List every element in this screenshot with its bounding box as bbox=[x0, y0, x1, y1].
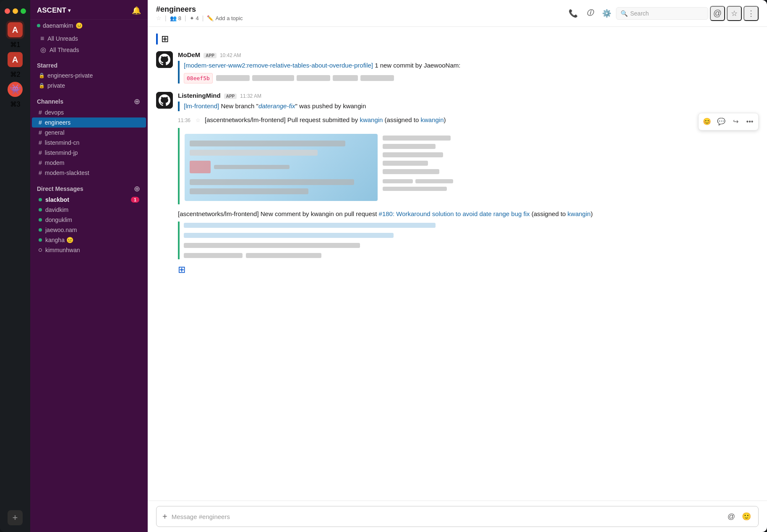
unread-badge: 1 bbox=[131, 197, 139, 203]
sidebar-item-all-threads[interactable]: ◎ All Threads bbox=[34, 44, 144, 55]
modem-commit-link[interactable]: [modem-server-www2:remove-relative-table… bbox=[184, 62, 373, 69]
bookmarks-button[interactable]: ☆ bbox=[727, 6, 742, 21]
dm-section-title[interactable]: Direct Messages bbox=[37, 185, 83, 192]
add-workspace-button[interactable]: + bbox=[8, 510, 23, 525]
sidebar-item-general[interactable]: # general bbox=[32, 128, 146, 138]
more-options-button[interactable]: ⋮ bbox=[744, 6, 759, 21]
online-dot bbox=[39, 228, 42, 232]
all-threads-label: All Threads bbox=[50, 47, 79, 53]
hash-icon: # bbox=[39, 149, 42, 156]
comment-user-link[interactable]: kwangin bbox=[568, 210, 591, 217]
listeningmind-author: ListeningMind bbox=[178, 92, 221, 99]
emoji-button[interactable]: 🙂 bbox=[741, 511, 752, 522]
private-label: private bbox=[47, 82, 65, 89]
sidebar-item-all-unreads[interactable]: ≡ All Unreads bbox=[34, 33, 144, 44]
dm-item-jaewoo-nam[interactable]: jaewoo.nam bbox=[32, 225, 146, 235]
trello-icon: ⊞ bbox=[161, 34, 169, 44]
comment-blur-2 bbox=[184, 233, 394, 238]
pr-preview-card bbox=[178, 128, 463, 204]
listeningmind-message-header: ListeningMind APP 11:32 AM bbox=[178, 92, 759, 99]
modem-label: modem bbox=[45, 159, 65, 166]
sidebar-item-listenmind-jp[interactable]: # listenmind-jp bbox=[32, 148, 146, 158]
add-dm-button[interactable]: ⊕ bbox=[133, 185, 141, 193]
modem-message-time: 10:42 AM bbox=[220, 52, 241, 58]
sidebar-item-private[interactable]: 🔒 private bbox=[32, 81, 146, 91]
kangha-label: kangha 😐 bbox=[45, 237, 139, 243]
comment-blur-1 bbox=[184, 223, 436, 228]
channels-section-title[interactable]: Channels bbox=[37, 98, 63, 105]
notifications-bell-icon[interactable]: 🔔 bbox=[132, 6, 141, 15]
window-controls bbox=[5, 3, 26, 14]
bottom-trello-icon: ⊞ bbox=[178, 263, 759, 276]
sidebar-header: ASCENT ▾ 🔔 bbox=[30, 0, 148, 20]
workspace-3[interactable]: 👾 ⌘3 bbox=[6, 80, 24, 108]
workspace-1-logo: A bbox=[8, 22, 23, 37]
member-count: 👥 8 bbox=[170, 15, 181, 21]
comment-pr-link[interactable]: #180: Workaround solution to avoid date … bbox=[379, 210, 530, 217]
modem-app-badge: APP bbox=[203, 53, 217, 58]
add-icon: + bbox=[8, 510, 23, 525]
sidebar-item-engineers[interactable]: # engineers bbox=[32, 117, 146, 128]
more-actions-button[interactable]: ••• bbox=[743, 115, 757, 128]
dm-item-kimmunhwan[interactable]: kimmunhwan bbox=[32, 245, 146, 255]
dm-item-donguklim[interactable]: donguklim bbox=[32, 215, 146, 225]
side-blurred-6 bbox=[383, 179, 413, 183]
modem-commit-block: [modem-server-www2:remove-relative-table… bbox=[178, 61, 759, 83]
minimize-button[interactable] bbox=[13, 8, 18, 14]
close-button[interactable] bbox=[5, 8, 10, 14]
sidebar-item-devops[interactable]: # devops bbox=[32, 107, 146, 117]
workspace-name[interactable]: ASCENT ▾ bbox=[37, 6, 70, 15]
all-unreads-label: All Unreads bbox=[47, 35, 78, 42]
workspace-2-logo: A bbox=[8, 52, 23, 67]
dm-item-davidkim[interactable]: davidkim bbox=[32, 205, 146, 215]
pr-user-link[interactable]: kwangin bbox=[360, 116, 383, 123]
modem-slacktest-label: modem-slacktest bbox=[45, 170, 89, 176]
info-button[interactable]: ⓘ bbox=[582, 6, 597, 21]
sidebar-item-listenmind-cn[interactable]: # listenmind-cn bbox=[32, 138, 146, 148]
workspace-1[interactable]: A ⌘1 bbox=[6, 21, 24, 49]
starred-section-title[interactable]: Starred bbox=[37, 62, 57, 69]
commit-hash: 08eef5b bbox=[184, 73, 213, 84]
channel-star-icon[interactable]: ☆ bbox=[156, 15, 162, 21]
blurred-text-1 bbox=[216, 75, 250, 81]
dm-item-slackbot[interactable]: slackbot 1 bbox=[32, 195, 146, 205]
settings-button[interactable]: ⚙️ bbox=[599, 6, 614, 21]
modem-message-content: MoDeM APP 10:42 AM [modem-server-www2:re… bbox=[178, 51, 759, 83]
bookmark-icon: ☆ bbox=[731, 9, 738, 18]
reply-button[interactable]: 💬 bbox=[715, 115, 728, 128]
davidkim-label: davidkim bbox=[45, 206, 139, 213]
lm-frontend-link[interactable]: [lm-frontend] bbox=[184, 102, 219, 110]
user-emoji: 😐 bbox=[76, 22, 83, 29]
listeningmind-message-content: ListeningMind APP 11:32 AM [lm-frontend]… bbox=[178, 92, 759, 276]
sidebar: ASCENT ▾ 🔔 daenamkim 😐 ≡ All Unreads ◎ A… bbox=[30, 0, 148, 532]
engineers-private-label: engineers-private bbox=[47, 72, 93, 79]
maximize-button[interactable] bbox=[21, 8, 26, 14]
workspace-2[interactable]: A ⌘2 bbox=[6, 50, 24, 78]
sidebar-item-modem[interactable]: # modem bbox=[32, 158, 146, 168]
dm-item-kangha[interactable]: kangha 😐 bbox=[32, 235, 146, 245]
hash-icon: # bbox=[39, 129, 42, 136]
pr-assigned-link[interactable]: kwangin bbox=[420, 116, 444, 123]
attach-button[interactable]: + bbox=[162, 512, 167, 522]
side-blurred-5 bbox=[383, 169, 439, 174]
pr-star-icon[interactable]: ☆ bbox=[196, 116, 201, 125]
messages-area[interactable]: ⊞ MoDeM APP 10:42 AM bbox=[148, 27, 767, 501]
emoji-reaction-button[interactable]: 😊 bbox=[700, 115, 714, 128]
trello-bottom-icon: ⊞ bbox=[178, 264, 185, 275]
trello-message: ⊞ bbox=[156, 34, 759, 44]
forward-button[interactable]: ↪ bbox=[729, 115, 742, 128]
hash-icon: # bbox=[39, 159, 42, 166]
sidebar-item-modem-slacktest[interactable]: # modem-slacktest bbox=[32, 168, 146, 178]
mention-button[interactable]: @ bbox=[725, 511, 737, 522]
listeningmind-message-time: 11:32 AM bbox=[240, 93, 261, 99]
add-channel-button[interactable]: ⊕ bbox=[133, 97, 141, 106]
search-box[interactable]: 🔍 Search bbox=[616, 7, 708, 20]
sidebar-item-engineers-private[interactable]: 🔒 engineers-private bbox=[32, 70, 146, 81]
engineers-label: engineers bbox=[45, 119, 71, 126]
add-topic-button[interactable]: ✏️ Add a topic bbox=[207, 15, 243, 21]
phone-button[interactable]: 📞 bbox=[566, 6, 581, 21]
hash-icon: # bbox=[39, 119, 42, 126]
mentions-button[interactable]: @ bbox=[710, 6, 725, 21]
listenmind-cn-label: listenmind-cn bbox=[45, 139, 79, 146]
message-input[interactable]: Message #engineers bbox=[172, 513, 721, 520]
